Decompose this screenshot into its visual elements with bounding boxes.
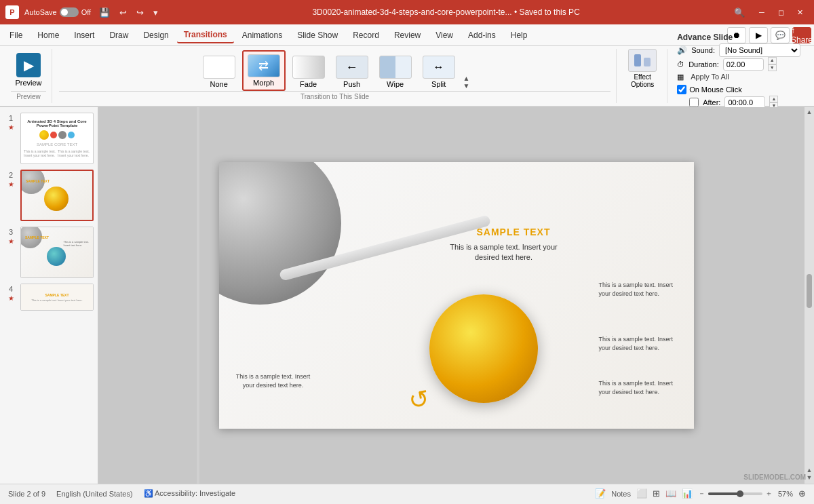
accessibility-info[interactable]: ♿ Accessibility: Investigate xyxy=(144,489,236,498)
sound-row: 🔊 Sound: [No Sound] xyxy=(677,43,800,57)
present-button[interactable]: ▶ xyxy=(749,27,768,43)
menu-insert[interactable]: Insert xyxy=(67,28,101,43)
menu-addins[interactable]: Add-ins xyxy=(461,28,503,43)
slide-item-1[interactable]: 1 ★ Animated 3D 4 Steps and Core PowerPo… xyxy=(4,113,94,164)
ribbon-group-preview: ▶ Preview Preview xyxy=(5,49,52,103)
menu-help[interactable]: Help xyxy=(504,28,535,43)
transition-push[interactable]: ← Push xyxy=(332,53,372,91)
zoom-in-icon[interactable]: ＋ xyxy=(765,488,773,499)
restore-button[interactable]: ◻ xyxy=(772,3,790,21)
slide-num-3: 3 xyxy=(9,228,13,236)
slide-thumb-2[interactable]: SAMPLE TEXT xyxy=(20,170,94,221)
zoom-out-icon[interactable]: － xyxy=(698,488,705,499)
menu-file[interactable]: File xyxy=(3,28,29,43)
notes-button[interactable]: 📝 xyxy=(595,488,606,499)
transition-scroll-up[interactable]: ▲ xyxy=(463,75,470,82)
scroll-down-icon[interactable]: ▼ xyxy=(807,474,813,481)
slide-item-2[interactable]: 2 ★ SAMPLE TEXT xyxy=(4,170,94,221)
transition-push-label: Push xyxy=(343,80,360,88)
search-icon[interactable]: 🔍 xyxy=(731,6,748,19)
redo-tool[interactable]: ↪ xyxy=(134,6,147,19)
fit-slide-icon[interactable]: ⊕ xyxy=(798,488,806,499)
slide-thumb-3[interactable]: SAMPLE TEXT This is a sample text.Insert… xyxy=(20,227,94,278)
slide1-title: Animated 3D 4 Steps and Core PowerPoint … xyxy=(24,119,90,128)
slide-sorter-icon[interactable]: ⊞ xyxy=(653,488,660,499)
undo-tool[interactable]: ↩ xyxy=(117,6,130,19)
menu-review[interactable]: Review xyxy=(387,28,427,43)
transition-morph-icon: ⇄ xyxy=(248,54,280,77)
menu-transitions[interactable]: Transitions xyxy=(177,27,234,43)
close-button[interactable]: ✕ xyxy=(791,3,809,21)
autosave-toggle[interactable] xyxy=(60,7,79,17)
slide-star-3: ★ xyxy=(8,237,14,245)
slide-item-4[interactable]: 4 ★ SAMPLE TEXT This is a sample text. I… xyxy=(4,284,94,311)
transition-split-label: Split xyxy=(431,80,446,88)
transition-scroll-down[interactable]: ▼ xyxy=(463,83,470,90)
menu-design[interactable]: Design xyxy=(136,28,175,43)
save-tool[interactable]: 💾 xyxy=(96,6,113,19)
slide-thumb-1[interactable]: Animated 3D 4 Steps and Core PowerPoint … xyxy=(20,113,94,164)
zoom-knob[interactable] xyxy=(737,490,743,497)
menu-draw[interactable]: Draw xyxy=(102,28,135,43)
menu-record[interactable]: Record xyxy=(346,28,386,43)
sound-icon: 🔊 xyxy=(677,45,687,55)
slide-thumb-inner-4: SAMPLE TEXT This is a sample text. Inser… xyxy=(21,284,93,310)
on-mouse-click-checkbox[interactable] xyxy=(677,85,686,94)
presenter-view-icon[interactable]: 📊 xyxy=(682,488,693,499)
scroll-up2-icon[interactable]: ▲ xyxy=(807,467,813,473)
effect-options-button[interactable]: Effect Options xyxy=(623,46,661,91)
transition-none-label: None xyxy=(210,80,227,88)
duration-down[interactable]: ▼ xyxy=(768,64,777,71)
duration-label: Duration: xyxy=(689,60,719,69)
status-bar: Slide 2 of 9 English (United States) ♿ A… xyxy=(0,484,814,503)
slide-thumb-4[interactable]: SAMPLE TEXT This is a sample text. Inser… xyxy=(20,284,94,311)
scroll-bottom-controls: ▲ ▼ xyxy=(807,467,813,481)
after-up[interactable]: ▲ xyxy=(769,96,778,102)
slide-item-3[interactable]: 3 ★ SAMPLE TEXT This is a sample text.In… xyxy=(4,227,94,278)
window-controls: ─ ◻ ✕ xyxy=(753,3,809,21)
slide-canvas: ↺ SAMPLE TEXT This is a sample text. Ins… xyxy=(219,162,694,429)
menu-home[interactable]: Home xyxy=(31,28,66,43)
transition-split[interactable]: ↔ Split xyxy=(419,53,459,91)
scroll-up-icon[interactable]: ▲ xyxy=(807,109,813,115)
preview-label: Preview xyxy=(15,79,41,87)
vertical-scrollbar[interactable]: ▲ ▲ ▼ xyxy=(805,107,814,484)
duration-up[interactable]: ▲ xyxy=(768,57,777,64)
menu-slideshow[interactable]: Slide Show xyxy=(290,28,345,43)
comments-button[interactable]: 💬 xyxy=(771,27,790,43)
transition-fade[interactable]: Fade xyxy=(288,53,329,91)
slide-num-2: 2 xyxy=(9,171,13,179)
slide-star-4: ★ xyxy=(8,294,14,302)
autosave-control[interactable]: AutoSave Off xyxy=(24,7,91,17)
transition-wipe[interactable]: Wipe xyxy=(375,53,416,91)
transition-none-icon xyxy=(203,56,235,79)
normal-view-icon[interactable]: ⬜ xyxy=(636,488,647,499)
zoom-slider[interactable]: － ＋ xyxy=(698,488,773,499)
slide-text-tr: This is a sample text. Insert your desir… xyxy=(599,281,680,298)
transition-wipe-icon xyxy=(379,56,412,79)
apply-all-row: ▦ Apply To All xyxy=(677,71,732,82)
transition-split-icon: ↔ xyxy=(423,56,455,79)
menu-animations[interactable]: Animations xyxy=(235,28,289,43)
scroll-thumb[interactable] xyxy=(807,274,812,308)
menu-view[interactable]: View xyxy=(429,28,460,43)
preview-button[interactable]: ▶ Preview xyxy=(11,49,46,91)
transition-none[interactable]: None xyxy=(199,53,239,91)
duration-input[interactable] xyxy=(723,58,764,71)
sound-select[interactable]: [No Sound] xyxy=(719,43,800,57)
reading-view-icon[interactable]: 📖 xyxy=(665,488,676,499)
apply-all-button[interactable]: Apply To All xyxy=(688,71,732,82)
ribbon-group-effect: Effect Options . xyxy=(618,49,667,103)
slide-num-1: 1 xyxy=(9,114,13,122)
transition-fade-label: Fade xyxy=(300,80,317,88)
share-button[interactable]: ↑ Share xyxy=(792,27,811,43)
transition-morph[interactable]: ⇄ Morph xyxy=(242,50,286,91)
status-right: 📝 Notes ⬜ ⊞ 📖 📊 － ＋ 57% ⊕ xyxy=(595,488,806,499)
notes-label[interactable]: Notes xyxy=(611,490,631,498)
effect-options-icon xyxy=(628,49,657,72)
customize-tool[interactable]: ▾ xyxy=(151,6,161,19)
advance-slide-group: On Mouse Click After: ▲ ▼ xyxy=(677,85,778,110)
zoom-level[interactable]: 57% xyxy=(778,490,793,498)
minimize-button[interactable]: ─ xyxy=(753,3,771,21)
after-checkbox[interactable] xyxy=(689,98,699,107)
